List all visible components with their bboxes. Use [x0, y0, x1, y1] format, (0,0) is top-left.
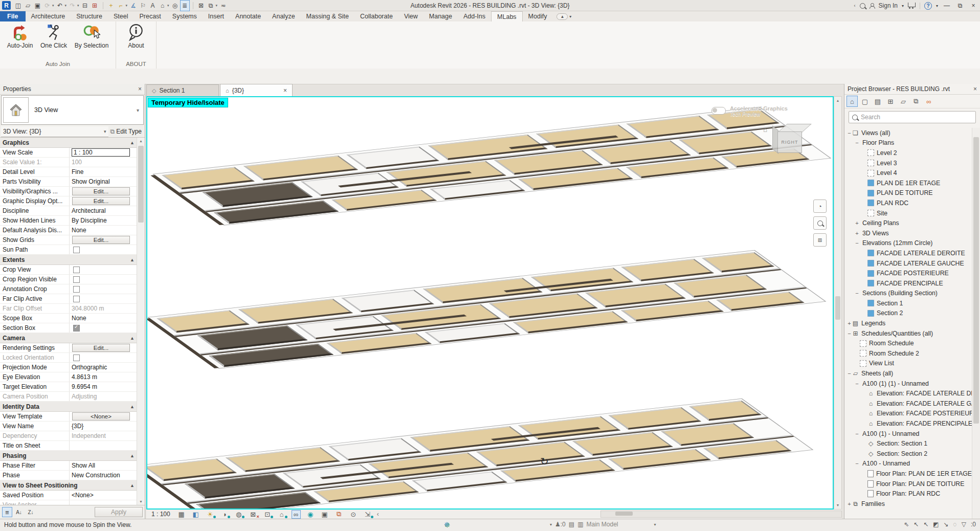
ribbon-state-icon[interactable]: ▲: [556, 13, 568, 20]
switch-windows-icon[interactable]: ⧉: [207, 1, 215, 11]
property-value[interactable]: Architectural: [69, 206, 137, 215]
property-edit-button[interactable]: Edit...: [72, 344, 130, 352]
account-icon[interactable]: [870, 3, 875, 8]
accelerated-graphics-toggle[interactable]: [711, 107, 726, 115]
tree-item-level-2[interactable]: Level 2: [844, 148, 972, 158]
sign-in-caret-icon[interactable]: ▾: [902, 4, 904, 8]
thin-lines-icon[interactable]: ≣: [181, 1, 189, 11]
ribbon-tab-systems[interactable]: Systems: [167, 11, 203, 21]
ribbon-tab-massing-site[interactable]: Massing & Site: [301, 11, 354, 21]
ribbon-group-auto-join[interactable]: Auto Join: [0, 59, 116, 69]
browser-scrollbar[interactable]: [972, 128, 980, 519]
section-header-phasing[interactable]: Phasing▲: [0, 451, 137, 461]
select-underlay-icon[interactable]: ↖: [914, 521, 919, 528]
type-selector[interactable]: 3D View ▾: [1, 95, 144, 125]
tree-item-a100-1-unnamed[interactable]: −A100 (1) - Unnamed: [844, 429, 972, 439]
open-icon[interactable]: ▱: [24, 1, 32, 11]
tree-item-view-list[interactable]: View List: [844, 359, 972, 369]
tag-icon[interactable]: ⚐: [139, 1, 147, 11]
design-options-list-icon[interactable]: ▥: [577, 521, 583, 528]
property-edit-button[interactable]: Edit...: [72, 187, 130, 195]
sync-icon[interactable]: ⟳: [43, 1, 52, 11]
sort-by-group-button[interactable]: ≣: [2, 507, 12, 517]
locked-3d-view-icon[interactable]: ⌂: [278, 511, 286, 518]
about-button[interactable]: About: [120, 24, 152, 49]
tree-item-elevation-facade-laterale-deroite[interactable]: ⌂Elevation: FACADE LATERALE DEROITE: [844, 388, 972, 399]
pin-icon[interactable]: +: [107, 1, 116, 11]
property-value[interactable]: 4.8613 m: [69, 372, 137, 382]
select-pinned-icon[interactable]: ↖: [923, 521, 928, 528]
type-selector-caret-icon[interactable]: ▾: [137, 107, 139, 113]
zoom-tool-icon[interactable]: [813, 216, 827, 230]
aligned-dimension-icon[interactable]: ∡: [129, 1, 138, 11]
tree-item-facade-laterale-deroite[interactable]: FACADE LATERALE DEROITE: [844, 248, 972, 258]
ribbon-tab-mlabs[interactable]: MLabs: [491, 11, 523, 21]
design-options-icon[interactable]: ▤: [569, 521, 574, 528]
by-selection-button[interactable]: By Selection: [72, 24, 112, 49]
help-icon[interactable]: ?: [924, 2, 932, 10]
undo-icon[interactable]: ↶: [56, 1, 64, 11]
home-icon[interactable]: ⌂: [158, 1, 167, 11]
view-tab--3d-[interactable]: ⌂{3D}×: [220, 84, 293, 96]
property-value[interactable]: <None>: [69, 491, 137, 500]
control-bar-collapse-icon[interactable]: ‹: [377, 511, 379, 518]
ribbon-tab-analyze[interactable]: Analyze: [266, 11, 300, 21]
properties-close-icon[interactable]: ×: [138, 85, 142, 93]
property-value[interactable]: None: [69, 226, 137, 235]
ribbon-tab-manage[interactable]: Manage: [424, 11, 458, 21]
property-edit-button[interactable]: Edit...: [72, 236, 130, 244]
crop-view-icon[interactable]: ⊠×: [249, 511, 257, 518]
browser-home-icon[interactable]: ⌂: [847, 96, 858, 107]
ribbon-tab-file[interactable]: File: [0, 11, 26, 21]
visual-style-icon[interactable]: ◧: [192, 511, 200, 518]
ribbon-tab-insert[interactable]: Insert: [203, 11, 230, 21]
close-button[interactable]: ×: [969, 2, 978, 9]
help-caret-icon[interactable]: ▾: [936, 4, 938, 8]
model-floor-plate-3[interactable]: [146, 399, 814, 510]
property-value[interactable]: Orthographic: [69, 363, 137, 372]
property-value[interactable]: [69, 323, 137, 333]
property-checkbox[interactable]: [73, 247, 80, 253]
measure-view-icon[interactable]: ⇲: [364, 511, 372, 518]
tree-item-a100-unnamed[interactable]: −A100 - Unnamed: [844, 459, 972, 469]
tree-item-section-section-1[interactable]: ◇Section: Section 1: [844, 438, 972, 449]
property-value[interactable]: Show All: [69, 461, 137, 470]
view-scale-button[interactable]: 1 : 100: [146, 511, 177, 518]
redo-icon[interactable]: ↷: [68, 1, 77, 11]
save-icon[interactable]: ▣: [33, 1, 42, 11]
collaborate-status-icon[interactable]: ❊: [444, 521, 450, 528]
text-icon[interactable]: A: [148, 1, 157, 11]
canvas-vertical-scrollbar[interactable]: ▲ ▼: [834, 96, 842, 510]
ribbon-tab-annotate[interactable]: Annotate: [230, 11, 266, 21]
tree-item-elevation-facade-posterieure[interactable]: ⌂Elevation: FACADE POSTERIEURE: [844, 409, 972, 419]
tree-item-sheets-all-[interactable]: −▱Sheets (all): [844, 368, 972, 379]
browser-schedules-icon[interactable]: ⊞: [885, 96, 896, 107]
revit-logo[interactable]: R: [2, 1, 11, 10]
sign-in-button[interactable]: Sign In: [879, 2, 898, 9]
tree-item-ceiling-plans[interactable]: +Ceiling Plans: [844, 218, 972, 228]
edit-type-button[interactable]: ⧉ Edit Type: [110, 128, 144, 135]
tree-item-elevation-facade-laterale-gauche[interactable]: ⌂Elevation: FACADE LATERALE GAUCHE: [844, 399, 972, 409]
show-rendering-icon[interactable]: ◍: [235, 511, 243, 518]
browser-sheets-icon[interactable]: ▱: [898, 96, 909, 107]
browser-groups-icon[interactable]: ⧉: [910, 96, 922, 107]
property-value[interactable]: Edit...: [69, 343, 137, 352]
ribbon-group-about[interactable]: ABOUT: [116, 59, 156, 69]
tree-item-site[interactable]: Site: [844, 208, 972, 218]
property-value[interactable]: 9.6954 m: [69, 382, 137, 391]
ribbon-tab-precast[interactable]: Precast: [133, 11, 166, 21]
nav-options-icon[interactable]: ⧈: [813, 233, 827, 247]
temporary-hide-isolate-icon[interactable]: ∞: [292, 511, 300, 518]
property-value[interactable]: 1 : 100: [69, 148, 137, 157]
property-value[interactable]: Edit...: [69, 196, 137, 206]
section-header-identity-data[interactable]: Identity Data▲: [0, 402, 137, 412]
ribbon-tab-collaborate[interactable]: Collaborate: [354, 11, 398, 21]
viewcube-front-face[interactable]: RIGHT: [777, 131, 802, 153]
property-checkbox[interactable]: [73, 267, 80, 273]
browser-legends-icon[interactable]: ▤: [872, 96, 883, 107]
sort-descending-button[interactable]: Z↓: [26, 507, 36, 517]
ribbon-tab-structure[interactable]: Structure: [71, 11, 108, 21]
property-value[interactable]: [69, 441, 137, 450]
ribbon-tab-modify[interactable]: Modify: [523, 11, 553, 21]
section-header-extents[interactable]: Extents▲: [0, 255, 137, 265]
